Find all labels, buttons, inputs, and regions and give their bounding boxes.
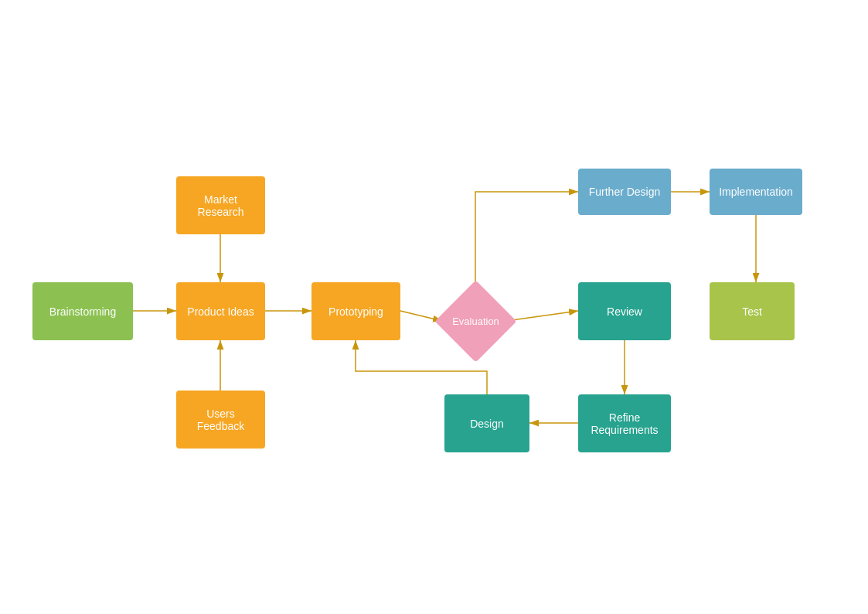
further-design-node[interactable]: Further Design xyxy=(578,169,671,215)
svg-line-8 xyxy=(506,311,578,321)
brainstorming-node[interactable]: Brainstorming xyxy=(32,282,133,340)
implementation-node[interactable]: Implementation xyxy=(710,169,802,215)
design-node[interactable]: Design xyxy=(444,394,529,452)
market-research-node[interactable]: MarketResearch xyxy=(176,176,265,234)
prototyping-node[interactable]: Prototyping xyxy=(311,282,400,340)
refine-requirements-node[interactable]: RefineRequirements xyxy=(578,394,671,452)
test-node[interactable]: Test xyxy=(710,282,795,340)
diagram-container: Brainstorming MarketResearch Product Ide… xyxy=(0,0,868,614)
users-feedback-node[interactable]: UsersFeedback xyxy=(176,391,265,449)
evaluation-node[interactable] xyxy=(434,280,516,362)
product-ideas-node[interactable]: Product Ideas xyxy=(176,282,265,340)
review-node[interactable]: Review xyxy=(578,282,671,340)
